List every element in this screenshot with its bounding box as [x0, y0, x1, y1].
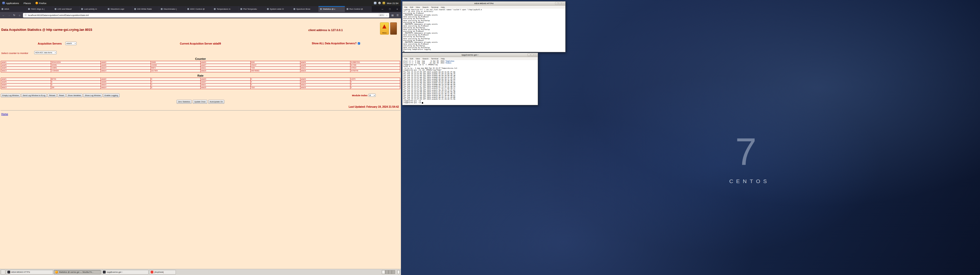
counter-heading: Counter	[0, 57, 401, 60]
panel-clock[interactable]: Mon 21:54	[387, 2, 398, 5]
autoupdate-on-button[interactable]: AutoUpdate On	[208, 100, 224, 104]
terminal-window-controls: ─ □ ×	[528, 54, 538, 56]
tab-statistics-active[interactable]: Statistics @ c	[318, 6, 345, 12]
update-once-button[interactable]: Update Once	[192, 100, 207, 104]
terminal-menu-item[interactable]: Terminal	[430, 58, 439, 60]
show-all-checkbox[interactable]: ✓	[358, 42, 360, 44]
tab-discriminator[interactable]: Discriminator (	[159, 6, 186, 12]
home-link[interactable]: Home	[1, 113, 8, 115]
show-log-window-button[interactable]: Show Log Window	[83, 93, 102, 97]
tab-asic-control[interactable]: ASIC Control @	[186, 6, 212, 12]
back-icon[interactable]: ←	[2, 13, 6, 17]
minimize-button[interactable]: ─	[555, 2, 558, 5]
zero-statistics-button[interactable]: Zero Statistics	[177, 100, 192, 104]
workspace-2[interactable]	[385, 270, 388, 274]
taskbar-item-terminal[interactable]: npg@carme-gsi:~	[102, 270, 148, 275]
acquisition-server-select[interactable]: aida09	[65, 42, 76, 45]
tab-spectrum-browser[interactable]: Spectrum Brow	[292, 6, 318, 12]
reload-button[interactable]: Reload	[48, 93, 57, 97]
tab-favicon	[81, 8, 83, 10]
tab-plot-temperature[interactable]: Plot Temperatu	[239, 6, 266, 12]
show-variables-button[interactable]: Show Variables	[66, 93, 83, 97]
tab-waveform-capture[interactable]: Waveform capt	[106, 6, 133, 12]
url-text[interactable]: localhost:8015/DataAcquisitionControl/Da…	[28, 14, 378, 17]
counter-cell: aida13	[1, 70, 51, 72]
close-button[interactable]: ×	[562, 2, 565, 5]
module-index-select[interactable]: 8	[369, 94, 375, 97]
show-all-label: Show ALL Data Acquisition Servers?	[312, 42, 356, 45]
tab-aida[interactable]: AIDA	[0, 6, 27, 12]
counter-cell: aida12	[301, 67, 350, 70]
terminal-titlebar[interactable]: npg@carme-gsi:~ ─ □ ×	[402, 53, 538, 57]
tab-led-waveform[interactable]: LED and Wavef	[53, 6, 80, 12]
terminal-menu-item[interactable]: View	[414, 6, 421, 8]
show-desktop-icon[interactable]	[1, 270, 5, 275]
terminal-menu-item[interactable]: Help	[439, 58, 446, 60]
terminal-menu-item[interactable]: Terminal	[430, 6, 439, 8]
tab-system-wide-clock[interactable]: System wide Cl	[266, 6, 292, 12]
empty-log-window-button[interactable]: Empty Log Window	[1, 93, 21, 97]
reload-icon[interactable]: ↻	[12, 13, 16, 17]
places-menu[interactable]: Places	[21, 0, 33, 6]
tab-gsi-white-rabbit[interactable]: GSI White Rabb	[133, 6, 159, 12]
midas-logo-text: Midas	[380, 32, 389, 33]
forward-icon[interactable]: →	[7, 13, 11, 17]
zoom-level[interactable]: 80%	[379, 14, 384, 17]
site-info-icon[interactable]: ⓘ	[24, 14, 27, 17]
network-icon[interactable]	[374, 2, 376, 4]
workspace-4[interactable]	[392, 270, 395, 274]
maximize-button[interactable]: □	[558, 2, 561, 5]
terminal-menu-item[interactable]: File	[403, 58, 409, 60]
hamburger-menu-icon[interactable]: ☰	[396, 14, 399, 17]
terminal-menu-item[interactable]: View	[414, 58, 421, 60]
terminal-titlebar[interactable]: AIDA MIDAS HTTPd ─ □ ×	[402, 2, 565, 6]
applications-menu[interactable]: Applications	[0, 0, 21, 6]
close-button[interactable]: ×	[393, 6, 401, 12]
counter-table-row: aida13 17254300 aida14 3217509 aida15 34…	[1, 70, 400, 72]
url-bar[interactable]: ⓘ localhost:8015/DataAcquisitionControl/…	[23, 13, 389, 17]
library-icon[interactable]: ▤	[390, 14, 394, 17]
user-icon[interactable]	[383, 2, 385, 4]
close-button[interactable]: ×	[534, 54, 537, 56]
counter-cell: aida05	[1, 64, 51, 67]
terminal-menu-item[interactable]: Search	[421, 6, 430, 8]
anydesk-icon	[151, 271, 153, 273]
rate-cell: aida07	[200, 81, 251, 84]
terminal-menu-item[interactable]: Edit	[409, 58, 414, 60]
maximize-button[interactable]: □	[386, 6, 393, 12]
rate-cell: 0	[51, 84, 101, 86]
firefox-icon	[35, 2, 38, 4]
show-desktop-corner[interactable]	[397, 270, 400, 274]
terminal-menu-item[interactable]: Help	[439, 6, 446, 8]
tab-temperature[interactable]: Temperature m	[212, 6, 239, 12]
terminal-menu-item[interactable]: Search	[421, 58, 430, 60]
reset-button[interactable]: Reset	[57, 93, 65, 97]
taskbar-item-anydesk[interactable]: [AnyDesk]	[149, 270, 176, 275]
volume-icon[interactable]	[378, 2, 381, 4]
send-log-to-elog-button[interactable]: Send Log Window to ELog	[21, 93, 47, 97]
tab-fadc-align[interactable]: FADC Align & (	[27, 6, 53, 12]
counter-select[interactable]: AIDA ADC data items	[34, 51, 57, 54]
workspace-1[interactable]	[382, 270, 385, 274]
terminal-line: [npg@carme-gsi ~]$	[403, 100, 538, 102]
taskbar-item-firefox[interactable]: Statistics @ carme-gsi — Mozilla Fir...	[54, 270, 101, 275]
workspace-3[interactable]	[388, 270, 392, 274]
firefox-menu[interactable]: Firefox	[33, 0, 49, 6]
terminal-window-aida-httpd: AIDA MIDAS HTTPd ─ □ × FileEditViewSearc…	[402, 1, 566, 52]
minimize-button[interactable]: ─	[379, 6, 386, 12]
tab-bar: AIDA FADC Align & ( LED and Wavef Lost a…	[0, 6, 401, 12]
tab-lost-activity[interactable]: Lost activity m	[80, 6, 106, 12]
terminal-menu-item[interactable]: File	[403, 6, 409, 8]
rate-cell: aida05	[1, 81, 51, 84]
maximize-button[interactable]: □	[531, 54, 534, 56]
terminal-output[interactable]: drwxr-xr-x. 2 npg npg 6 Jan 30 2022 Temp…	[402, 60, 538, 105]
bookmark-star-icon[interactable]: ☆	[386, 14, 388, 17]
rate-cell: 0	[251, 78, 301, 81]
enable-logging-button[interactable]: Enable Logging	[103, 93, 119, 97]
terminal-output[interactable]: loading Spectrum.tcl > can not find chan…	[402, 9, 565, 52]
taskbar-item-aida-httpd[interactable]: AIDA MIDAS HTTPd	[6, 270, 53, 275]
terminal-menu-item[interactable]: Edit	[409, 6, 414, 8]
minimize-button[interactable]: ─	[528, 54, 530, 56]
tab-run-control[interactable]: Run Control @	[345, 6, 372, 12]
home-icon[interactable]: ⌂	[18, 13, 22, 17]
